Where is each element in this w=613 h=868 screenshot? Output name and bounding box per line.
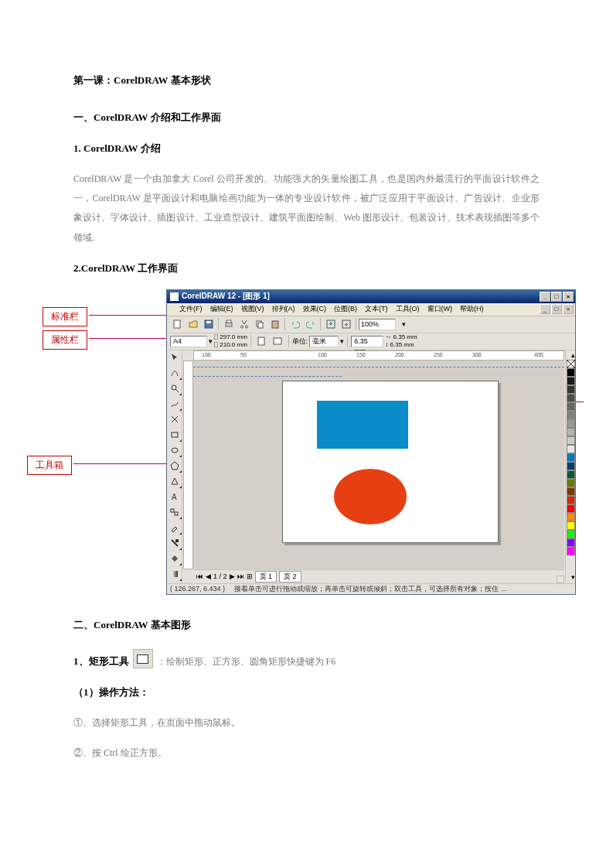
prev-page-icon[interactable]: ◀ (206, 572, 211, 580)
svg-marker-18 (172, 478, 178, 484)
zoom-dropdown-icon[interactable]: ▾ (397, 317, 411, 331)
horizontal-ruler[interactable]: 100 50 100 150 200 250 300 400 (193, 350, 564, 361)
page-counter: 1 / 2 (213, 572, 227, 580)
menu-effects[interactable]: 效果(C) (303, 304, 327, 314)
swatch[interactable] (567, 385, 575, 394)
save-icon[interactable] (201, 317, 216, 331)
polygon-tool-icon[interactable] (167, 459, 182, 474)
menu-text[interactable]: 文本(T) (365, 304, 388, 314)
menu-edit[interactable]: 编辑(E) (210, 304, 233, 314)
export-icon[interactable] (339, 317, 353, 331)
scroll-corner (557, 576, 564, 583)
canvas[interactable] (193, 361, 564, 569)
menu-view[interactable]: 视图(V) (241, 304, 264, 314)
swatch[interactable] (567, 496, 575, 504)
first-page-icon[interactable]: ⏮ (196, 572, 203, 580)
zoom-tool-icon[interactable] (167, 381, 182, 397)
page-tab-1[interactable]: 页 1 (255, 571, 278, 583)
swatch[interactable] (567, 479, 575, 487)
last-page-icon[interactable]: ⏭ (237, 572, 244, 580)
import-icon[interactable] (323, 317, 338, 331)
redo-icon[interactable] (303, 317, 318, 331)
landscape-icon[interactable] (271, 334, 285, 348)
swatch[interactable] (567, 402, 575, 411)
interactive-fill-tool-icon[interactable] (167, 567, 182, 583)
menu-bitmaps[interactable]: 位图(B) (334, 304, 357, 314)
swatch[interactable] (567, 513, 575, 521)
nudge-field[interactable]: 6.35 mm (351, 336, 383, 347)
smart-draw-tool-icon[interactable] (167, 412, 182, 428)
menu-window[interactable]: 窗口(W) (427, 304, 453, 314)
pick-tool-icon[interactable] (167, 350, 182, 366)
menu-file[interactable]: 文件(F) (179, 304, 203, 314)
mdi-minimize-button[interactable]: _ (540, 304, 550, 314)
minimize-button[interactable]: _ (540, 292, 550, 302)
page-navigator: ⏮ ◀ 1 / 2 ▶ ⏭ ⊞ 页 1 页 2 (193, 569, 564, 583)
swatch[interactable] (567, 538, 575, 547)
section-1-heading: 一、CorelDRAW 介绍和工作界面 (73, 111, 540, 125)
menu-tools[interactable]: 工具(O) (396, 304, 420, 314)
swatch[interactable] (567, 377, 575, 385)
svg-rect-23 (172, 571, 178, 577)
swatch-none[interactable] (567, 360, 575, 368)
swatch[interactable] (567, 394, 575, 402)
eyedropper-tool-icon[interactable] (167, 521, 182, 536)
mdi-restore-button[interactable]: □ (551, 304, 562, 314)
page-height[interactable]: 210.0 mm (220, 341, 247, 348)
add-page-icon[interactable]: ⊞ (247, 572, 253, 580)
svg-rect-8 (274, 320, 277, 322)
palette-down-icon[interactable]: ▾ (566, 572, 576, 582)
svg-rect-0 (174, 320, 180, 328)
cut-icon[interactable] (237, 317, 251, 331)
swatch[interactable] (567, 419, 575, 428)
palette-up-icon[interactable]: ▴ (566, 350, 576, 360)
swatch[interactable] (567, 462, 575, 470)
rectangle-tool-icon[interactable] (167, 428, 182, 443)
shape-tool-icon[interactable] (167, 366, 182, 381)
portrait-icon[interactable] (254, 334, 269, 348)
paper-field[interactable]: A4 (170, 336, 207, 347)
interactive-blend-tool-icon[interactable] (167, 505, 182, 521)
swatch[interactable] (567, 368, 575, 377)
swatch[interactable] (567, 453, 575, 462)
blue-rectangle-shape[interactable] (317, 401, 408, 449)
text-tool-icon[interactable]: A (167, 490, 182, 505)
page-width[interactable]: 297.0 mm (220, 333, 247, 340)
vertical-ruler[interactable] (183, 361, 193, 569)
page-tab-2[interactable]: 页 2 (279, 571, 301, 583)
freehand-tool-icon[interactable] (167, 397, 182, 412)
swatch[interactable] (567, 470, 575, 479)
print-icon[interactable] (221, 317, 236, 331)
swatch[interactable] (567, 445, 575, 453)
new-icon[interactable] (170, 317, 185, 331)
swatch[interactable] (567, 521, 575, 530)
svg-rect-6 (258, 323, 263, 328)
next-page-icon[interactable]: ▶ (230, 572, 235, 580)
swatch[interactable] (567, 547, 575, 555)
swatch[interactable] (567, 530, 575, 538)
unit-field[interactable]: 毫米 (309, 336, 339, 347)
menu-arrange[interactable]: 排列(A) (272, 304, 295, 314)
fill-tool-icon[interactable] (167, 552, 182, 567)
swatch[interactable] (567, 504, 575, 513)
zoom-field[interactable]: 100% (359, 319, 396, 330)
swatch[interactable] (567, 428, 575, 436)
copy-icon[interactable] (252, 317, 267, 331)
red-ellipse-shape[interactable] (334, 469, 407, 525)
swatch[interactable] (567, 411, 575, 419)
paste-icon[interactable] (267, 317, 282, 331)
open-icon[interactable] (186, 317, 200, 331)
rect-tool-line: 1、矩形工具 ：绘制矩形、正方形、圆角矩形快捷键为 F6 (73, 649, 540, 668)
svg-rect-21 (175, 512, 178, 515)
basic-shapes-tool-icon[interactable] (167, 474, 182, 490)
mdi-close-button[interactable]: × (563, 304, 574, 314)
maximize-button[interactable]: □ (551, 292, 562, 302)
undo-icon[interactable] (288, 317, 302, 331)
swatch[interactable] (567, 487, 575, 496)
close-button[interactable]: × (563, 292, 574, 302)
menu-help[interactable]: 帮助(H) (460, 304, 484, 314)
outline-tool-icon[interactable] (167, 536, 182, 552)
ellipse-tool-icon[interactable] (167, 443, 182, 459)
titlebar: CorelDRAW 12 - [图形 1] _ □ × (167, 290, 575, 303)
swatch[interactable] (567, 436, 575, 445)
